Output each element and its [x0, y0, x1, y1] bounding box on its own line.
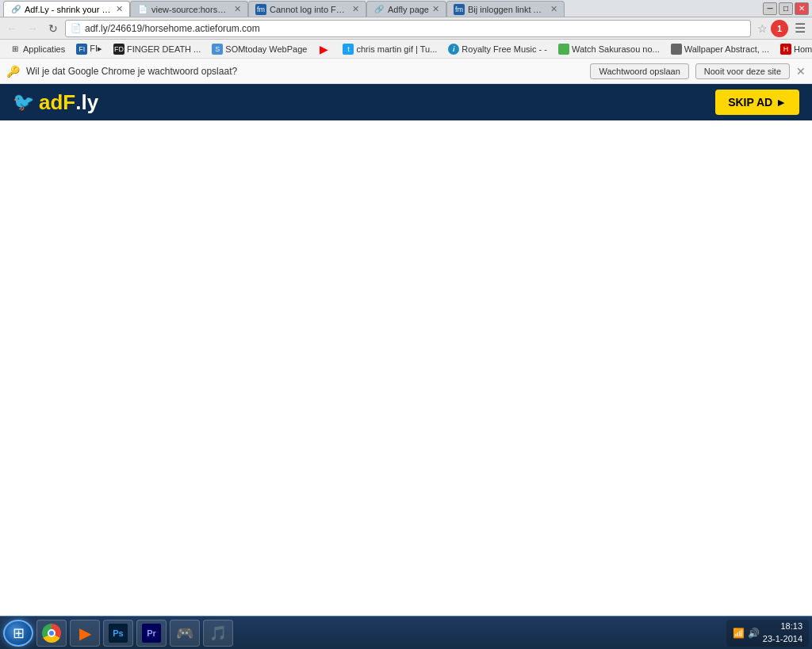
taskbar-item-music[interactable]: 🎵 — [203, 620, 233, 647]
music-icon: 🎵 — [209, 624, 228, 643]
tab-favicon: 🔗 — [10, 4, 21, 15]
minimize-button[interactable]: ─ — [763, 2, 777, 15]
taskbar-item-media[interactable]: ▶ — [70, 620, 100, 647]
tab-strip: 🔗 Adf.Ly - shrink your URLs... ✕ 📄 view-… — [3, 0, 763, 17]
taskbar-item-game[interactable]: 🎮 — [170, 620, 200, 647]
windows-logo-icon: ⊞ — [13, 624, 25, 642]
tab-bij-inloggen[interactable]: fm Bij inloggen linkt Actiefor... ✕ — [446, 1, 565, 17]
key-icon: 🔑 — [6, 65, 20, 78]
taskbar-item-photoshop[interactable]: Ps — [103, 620, 133, 647]
tab-label: Adf.Ly - shrink your URLs... — [25, 5, 113, 14]
taskbar-item-premiere[interactable]: Pr — [136, 620, 167, 647]
bookmark-label: Home | — [794, 44, 812, 54]
address-bar[interactable]: 📄 adf.ly/246619/horsehome.actieforum.com — [65, 20, 751, 37]
refresh-button[interactable]: ↻ — [44, 20, 62, 37]
menu-button[interactable]: ☰ — [791, 21, 809, 36]
tab-viewsource[interactable]: 📄 view-source:horsehome.a... ✕ — [130, 1, 248, 17]
photoshop-icon: Ps — [109, 624, 128, 643]
bookmark-sakurasou[interactable]: Watch Sakurasou no... — [553, 41, 665, 57]
tab-close-button[interactable]: ✕ — [550, 4, 557, 14]
adfly-bird-icon: 🐦 — [13, 92, 34, 113]
taskbar: ⊞ ▶ Ps Pr 🎮 🎵 📶 🔊 18:13 23-1-2014 — [0, 616, 812, 649]
adfly-banner: 🐦 adF.ly SKIP AD ► — [0, 84, 812, 120]
tab-close-button[interactable]: ✕ — [234, 4, 241, 14]
save-password-button[interactable]: Wachtwoord opslaan — [590, 63, 688, 79]
bookmark-label: SOMtoday WebPage — [225, 44, 307, 54]
bookmarks-bar: ⊞ Applicaties FI FI▸ FD FINGER DEATH ...… — [0, 40, 812, 59]
close-button[interactable]: ✕ — [795, 2, 809, 15]
start-button[interactable]: ⊞ — [3, 620, 33, 647]
main-content-area — [0, 120, 812, 616]
youtube-icon: ▶ — [318, 44, 329, 55]
premiere-icon: Pr — [142, 624, 161, 643]
bookmark-home[interactable]: H Home | — [776, 41, 812, 57]
volume-icon: 🔊 — [748, 628, 760, 639]
profile-button[interactable]: 1 — [771, 20, 788, 37]
forward-button[interactable]: → — [24, 20, 41, 37]
adfly-f-text: F — [63, 90, 75, 115]
tab-favicon: 📄 — [137, 4, 148, 15]
skip-arrow-icon: ► — [776, 96, 787, 109]
bookmark-label: chris martin gif | Tu... — [356, 44, 437, 54]
maximize-button[interactable]: □ — [779, 2, 793, 15]
chrome-icon — [42, 624, 61, 643]
password-prompt-text: Wil je dat Google Chrome je wachtwoord o… — [26, 66, 584, 77]
tab-favicon: fm — [454, 4, 465, 15]
bookmark-royalty-free[interactable]: i Royalty Free Music - - — [443, 41, 552, 57]
clock-time: 18:13 — [763, 620, 802, 632]
game-icon: 🎮 — [175, 624, 194, 643]
t-icon: t — [343, 44, 354, 55]
title-bar: 🔗 Adf.Ly - shrink your URLs... ✕ 📄 view-… — [0, 0, 812, 17]
system-tray: 📶 🔊 18:13 23-1-2014 — [726, 620, 809, 647]
tab-label: Adfly page — [388, 5, 429, 14]
wallpaper-icon — [671, 44, 682, 55]
som-icon: S — [212, 44, 223, 55]
home-icon: H — [780, 44, 791, 55]
bookmark-applicaties[interactable]: ⊞ Applicaties — [5, 41, 70, 57]
tab-adfly[interactable]: 🔗 Adf.Ly - shrink your URLs... ✕ — [3, 1, 130, 17]
media-player-icon: ▶ — [75, 624, 94, 643]
clock: 18:13 23-1-2014 — [763, 620, 802, 645]
adfly-ad-text: ad — [39, 90, 63, 115]
taskbar-item-chrome[interactable] — [36, 620, 67, 647]
navigation-bar: ← → ↻ 📄 adf.ly/246619/horsehome.actiefor… — [0, 17, 812, 40]
tab-forum[interactable]: fm Cannot log into Forum th... ✕ — [248, 1, 366, 17]
bookmark-label: Applicaties — [23, 44, 65, 54]
bookmark-label: FINGER DEATH ... — [127, 44, 201, 54]
tab-favicon: 🔗 — [373, 4, 385, 15]
skip-ad-label: SKIP AD — [728, 96, 772, 109]
bookmark-wallpaper[interactable]: Wallpaper Abstract, ... — [666, 41, 774, 57]
tab-close-button[interactable]: ✕ — [432, 4, 439, 14]
fi-icon: FI — [76, 44, 87, 55]
info-icon: i — [448, 44, 459, 55]
bookmark-somtoday[interactable]: S SOMtoday WebPage — [207, 41, 312, 57]
finger-icon: FD — [113, 44, 124, 55]
bookmark-star-icon[interactable]: ☆ — [757, 22, 768, 35]
back-button[interactable]: ← — [3, 20, 21, 37]
bookmark-label: Watch Sakurasou no... — [572, 44, 660, 54]
bookmark-label: Wallpaper Abstract, ... — [684, 44, 769, 54]
tab-favicon: fm — [255, 4, 266, 15]
window-controls: ─ □ ✕ — [763, 2, 809, 15]
bookmark-label: Royalty Free Music - - — [462, 44, 547, 54]
lock-icon: 📄 — [71, 23, 82, 33]
never-save-button[interactable]: Nooit voor deze site — [695, 63, 790, 79]
bookmark-finger-death[interactable]: FD FINGER DEATH ... — [109, 41, 205, 57]
tab-close-button[interactable]: ✕ — [352, 4, 359, 14]
bookmark-youtube[interactable]: ▶ — [313, 41, 336, 57]
bookmark-label: FI▸ — [90, 44, 102, 54]
sakurasou-icon — [558, 44, 569, 55]
adfly-ly-text: .ly — [75, 90, 98, 115]
password-bar-close[interactable]: ✕ — [796, 65, 806, 78]
bookmark-fi[interactable]: FI FI▸ — [71, 41, 107, 57]
tab-label: view-source:horsehome.a... — [151, 5, 231, 14]
tab-adfly2[interactable]: 🔗 Adfly page ✕ — [366, 1, 446, 17]
adfly-logo: 🐦 adF.ly — [13, 90, 98, 115]
tab-close-button[interactable]: ✕ — [116, 4, 123, 14]
password-save-bar: 🔑 Wil je dat Google Chrome je wachtwoord… — [0, 59, 812, 84]
apps-icon: ⊞ — [10, 44, 21, 55]
tab-label: Bij inloggen linkt Actiefor... — [468, 5, 547, 14]
bookmark-chris-martin[interactable]: t chris martin gif | Tu... — [338, 41, 442, 57]
tab-label: Cannot log into Forum th... — [270, 5, 349, 14]
skip-ad-button[interactable]: SKIP AD ► — [715, 90, 799, 115]
